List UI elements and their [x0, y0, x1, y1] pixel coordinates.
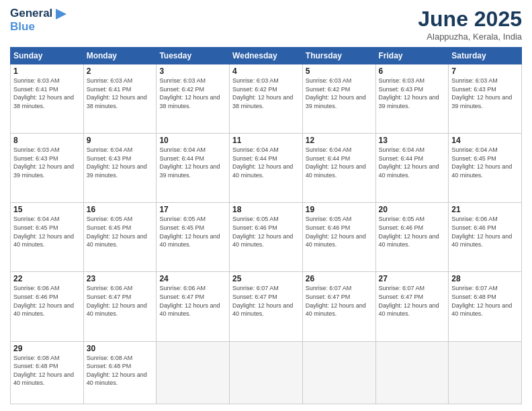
calendar-cell: 8Sunrise: 6:03 AMSunset: 6:43 PMDaylight…	[11, 134, 84, 203]
calendar-cell	[375, 341, 449, 404]
calendar-cell	[230, 341, 303, 404]
day-number: 12	[306, 136, 373, 145]
calendar-cell: 11Sunrise: 6:04 AMSunset: 6:44 PMDayligh…	[230, 134, 303, 203]
calendar-cell: 14Sunrise: 6:04 AMSunset: 6:45 PMDayligh…	[449, 134, 522, 203]
day-info: Sunrise: 6:06 AMSunset: 6:46 PMDaylight:…	[451, 215, 519, 248]
day-number: 5	[306, 66, 373, 76]
day-info: Sunrise: 6:07 AMSunset: 6:47 PMDaylight:…	[232, 284, 300, 318]
day-info: Sunrise: 6:05 AMSunset: 6:45 PMDaylight:…	[87, 215, 154, 248]
day-info: Sunrise: 6:03 AMSunset: 6:41 PMDaylight:…	[13, 77, 81, 110]
day-number: 7	[451, 66, 519, 76]
day-number: 10	[159, 136, 226, 145]
calendar-week-row: 29Sunrise: 6:08 AMSunset: 6:48 PMDayligh…	[11, 341, 522, 404]
calendar-cell: 12Sunrise: 6:04 AMSunset: 6:44 PMDayligh…	[302, 134, 375, 203]
day-info: Sunrise: 6:07 AMSunset: 6:48 PMDaylight:…	[451, 284, 519, 318]
day-info: Sunrise: 6:06 AMSunset: 6:46 PMDaylight:…	[13, 284, 81, 318]
calendar-cell: 1Sunrise: 6:03 AMSunset: 6:41 PMDaylight…	[11, 64, 84, 134]
col-header-friday: Friday	[375, 48, 449, 64]
day-info: Sunrise: 6:06 AMSunset: 6:47 PMDaylight:…	[87, 284, 154, 318]
day-number: 6	[379, 66, 446, 76]
day-number: 13	[379, 136, 446, 145]
calendar-cell: 10Sunrise: 6:04 AMSunset: 6:44 PMDayligh…	[157, 134, 230, 203]
calendar-week-row: 1Sunrise: 6:03 AMSunset: 6:41 PMDaylight…	[11, 64, 522, 134]
day-info: Sunrise: 6:03 AMSunset: 6:42 PMDaylight:…	[159, 77, 226, 110]
logo: General Blue	[10, 7, 66, 33]
day-number: 30	[87, 344, 154, 353]
day-number: 26	[306, 274, 373, 283]
day-number: 16	[87, 205, 154, 214]
calendar-cell: 9Sunrise: 6:04 AMSunset: 6:43 PMDaylight…	[83, 134, 157, 203]
svg-marker-0	[56, 9, 66, 19]
calendar-cell: 4Sunrise: 6:03 AMSunset: 6:42 PMDaylight…	[230, 64, 303, 134]
calendar-cell: 2Sunrise: 6:03 AMSunset: 6:41 PMDaylight…	[83, 64, 157, 134]
col-header-saturday: Saturday	[449, 48, 522, 64]
day-info: Sunrise: 6:03 AMSunset: 6:41 PMDaylight:…	[87, 77, 154, 110]
day-number: 20	[379, 205, 446, 214]
calendar-cell: 24Sunrise: 6:06 AMSunset: 6:47 PMDayligh…	[157, 272, 230, 341]
day-number: 21	[451, 205, 519, 214]
calendar-cell: 5Sunrise: 6:03 AMSunset: 6:42 PMDaylight…	[302, 64, 375, 134]
day-number: 28	[451, 274, 519, 283]
day-number: 23	[87, 274, 154, 283]
day-info: Sunrise: 6:07 AMSunset: 6:47 PMDaylight:…	[306, 284, 373, 318]
calendar-week-row: 8Sunrise: 6:03 AMSunset: 6:43 PMDaylight…	[11, 134, 522, 203]
day-number: 27	[379, 274, 446, 283]
col-header-sunday: Sunday	[11, 48, 84, 64]
calendar-cell: 16Sunrise: 6:05 AMSunset: 6:45 PMDayligh…	[83, 203, 157, 272]
month-title: June 2025	[418, 7, 522, 32]
day-number: 15	[13, 205, 81, 214]
calendar-cell: 25Sunrise: 6:07 AMSunset: 6:47 PMDayligh…	[230, 272, 303, 341]
day-number: 25	[232, 274, 300, 283]
calendar-cell: 6Sunrise: 6:03 AMSunset: 6:43 PMDaylight…	[375, 64, 449, 134]
day-info: Sunrise: 6:05 AMSunset: 6:45 PMDaylight:…	[159, 215, 226, 248]
calendar-week-row: 15Sunrise: 6:04 AMSunset: 6:45 PMDayligh…	[11, 203, 522, 272]
day-info: Sunrise: 6:05 AMSunset: 6:46 PMDaylight:…	[306, 215, 373, 248]
day-info: Sunrise: 6:06 AMSunset: 6:47 PMDaylight:…	[159, 284, 226, 318]
day-info: Sunrise: 6:07 AMSunset: 6:47 PMDaylight:…	[379, 284, 446, 318]
logo-text: General	[10, 7, 66, 20]
day-info: Sunrise: 6:05 AMSunset: 6:46 PMDaylight:…	[232, 215, 300, 248]
calendar-cell: 7Sunrise: 6:03 AMSunset: 6:43 PMDaylight…	[449, 64, 522, 134]
calendar-cell: 22Sunrise: 6:06 AMSunset: 6:46 PMDayligh…	[11, 272, 84, 341]
day-info: Sunrise: 6:04 AMSunset: 6:44 PMDaylight:…	[159, 146, 226, 179]
day-number: 3	[159, 66, 226, 76]
calendar-cell	[302, 341, 375, 404]
col-header-monday: Monday	[83, 48, 157, 64]
calendar-cell: 27Sunrise: 6:07 AMSunset: 6:47 PMDayligh…	[375, 272, 449, 341]
day-info: Sunrise: 6:04 AMSunset: 6:43 PMDaylight:…	[87, 146, 154, 179]
day-number: 24	[159, 274, 226, 283]
day-info: Sunrise: 6:03 AMSunset: 6:42 PMDaylight:…	[306, 77, 373, 110]
calendar-cell: 13Sunrise: 6:04 AMSunset: 6:44 PMDayligh…	[375, 134, 449, 203]
calendar-cell	[449, 341, 522, 404]
calendar-cell: 30Sunrise: 6:08 AMSunset: 6:48 PMDayligh…	[83, 341, 157, 404]
calendar-cell: 19Sunrise: 6:05 AMSunset: 6:46 PMDayligh…	[302, 203, 375, 272]
day-info: Sunrise: 6:04 AMSunset: 6:44 PMDaylight:…	[379, 146, 446, 179]
col-header-tuesday: Tuesday	[157, 48, 230, 64]
day-info: Sunrise: 6:03 AMSunset: 6:43 PMDaylight:…	[379, 77, 446, 110]
day-info: Sunrise: 6:04 AMSunset: 6:44 PMDaylight:…	[232, 146, 300, 179]
day-number: 4	[232, 66, 300, 76]
col-header-wednesday: Wednesday	[230, 48, 303, 64]
day-number: 22	[13, 274, 81, 283]
day-number: 11	[232, 136, 300, 145]
page: General Blue June 2025 Alappuzha, Kerala…	[0, 0, 532, 411]
day-number: 1	[13, 66, 81, 76]
calendar-cell: 21Sunrise: 6:06 AMSunset: 6:46 PMDayligh…	[449, 203, 522, 272]
title-block: June 2025 Alappuzha, Kerala, India	[418, 7, 522, 42]
calendar-cell: 26Sunrise: 6:07 AMSunset: 6:47 PMDayligh…	[302, 272, 375, 341]
day-info: Sunrise: 6:08 AMSunset: 6:48 PMDaylight:…	[13, 354, 81, 387]
day-info: Sunrise: 6:04 AMSunset: 6:45 PMDaylight:…	[451, 146, 519, 179]
day-info: Sunrise: 6:04 AMSunset: 6:44 PMDaylight:…	[306, 146, 373, 179]
calendar-cell: 15Sunrise: 6:04 AMSunset: 6:45 PMDayligh…	[11, 203, 84, 272]
day-number: 9	[87, 136, 154, 145]
calendar-header-row: SundayMondayTuesdayWednesdayThursdayFrid…	[11, 48, 522, 64]
day-number: 17	[159, 205, 226, 214]
location-subtitle: Alappuzha, Kerala, India	[418, 32, 522, 42]
day-number: 19	[306, 205, 373, 214]
day-number: 8	[13, 136, 81, 145]
calendar-cell	[157, 341, 230, 404]
calendar-cell: 18Sunrise: 6:05 AMSunset: 6:46 PMDayligh…	[230, 203, 303, 272]
calendar-cell: 3Sunrise: 6:03 AMSunset: 6:42 PMDaylight…	[157, 64, 230, 134]
day-info: Sunrise: 6:05 AMSunset: 6:46 PMDaylight:…	[379, 215, 446, 248]
calendar-cell: 29Sunrise: 6:08 AMSunset: 6:48 PMDayligh…	[11, 341, 84, 404]
